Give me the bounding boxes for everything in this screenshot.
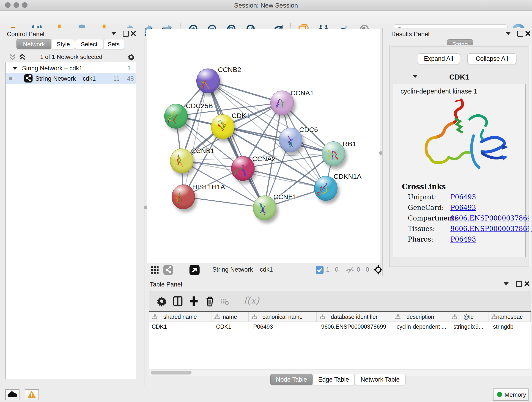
network-view-title: String Network – cdk1 [212,266,273,273]
tab-edge-table[interactable]: Edge Table [312,374,355,385]
network-node-ccna1[interactable] [270,90,294,115]
table-panel: Table Panel f(x) [147,276,532,386]
column-header-name[interactable]: name [211,312,249,322]
birdseye-crosshair-icon[interactable] [373,265,383,275]
network-label: String Network – cdk1 [35,75,96,82]
cell-canonical-name[interactable]: P06493 [253,323,273,330]
tab-node-table[interactable]: Node Table [270,374,312,385]
crosslink-link[interactable]: 9606.ENSP00000378699 [450,225,532,233]
cell-namespac[interactable]: stringdb [493,323,513,330]
selected-checkbox-icon[interactable] [316,266,323,274]
scrollbar-thumb[interactable] [151,370,191,375]
hidden-counter: 0 - 0 [357,266,369,273]
column-header-shared-name[interactable]: shared name [149,312,211,322]
network-node-count: 11 [113,75,120,82]
node-label-ccne1: CCNE1 [273,193,297,201]
control-panel-menu-caret-icon[interactable] [111,32,116,35]
node-label-cdc25b: CDC25B [186,102,213,110]
crosslink-label: Tissues: [408,225,435,233]
warning-icon [27,390,36,399]
network-options-gear-icon[interactable] [127,53,136,61]
network-collection-row[interactable]: String Network – cdk1 1 [6,63,136,73]
tab-select[interactable]: Select [75,39,103,49]
tab-sets[interactable]: Sets [103,39,124,49]
cloud-button[interactable] [5,389,19,400]
results-scrollbar[interactable] [529,45,531,266]
node-label-cdc6: CDC6 [299,126,318,134]
crosslink-row: Tissues: 9606.ENSP00000378699 [408,225,522,233]
node-label-ccna2: CCNA2 [252,155,276,163]
cloud-icon [7,391,17,398]
crosslink-link[interactable]: 9606.ENSP00000378699 [450,214,532,222]
network-node-ccna2[interactable] [231,156,254,181]
cell--id[interactable]: stringdb:9... [453,323,483,330]
cell-shared-name[interactable]: CDK1 [152,323,167,330]
node-structure-thumbnail [214,118,231,135]
collection-expand-icon[interactable] [12,67,17,70]
node-label-rb1: RB1 [343,140,356,148]
network-share-view-icon[interactable] [163,265,173,275]
network-node-ccnb1[interactable] [170,148,193,173]
table-panel-close-icon[interactable] [524,281,530,287]
title-bar: Session: New Session [0,0,532,11]
crosslink-row: GeneCard: P06493 [408,204,522,211]
add-column-icon[interactable] [188,295,200,307]
node-structure-thumbnail [173,153,190,169]
table-panel-menu-caret-icon[interactable] [504,282,509,285]
column-header-canonical-name[interactable]: canonical name [249,312,317,322]
column-header-namespac[interactable]: namespac [488,312,531,322]
right-splitter-handle[interactable] [379,151,383,155]
fullscreen-view-icon[interactable] [190,265,200,275]
network-node-cdk1[interactable] [211,114,234,139]
control-panel-float-icon[interactable] [123,31,129,37]
function-builder-icon[interactable]: f(x) [244,295,259,306]
network-node-cdc25b[interactable] [164,104,188,128]
tab-style[interactable]: Style [51,39,75,49]
collapse-all-button[interactable]: Collapse All [467,53,516,64]
table-panel-title: Table Panel [150,281,182,288]
network-node-hist1h1a[interactable] [172,185,195,209]
table-panel-float-icon[interactable] [516,281,522,287]
gene-description: cyclin-dependent kinase 1 [400,88,477,95]
tab-network-table[interactable]: Network Table [355,374,405,385]
memory-button[interactable]: Memory [493,389,529,401]
crosslink-link[interactable]: P06493 [450,235,476,243]
expand-all-button[interactable]: Expand All [417,53,460,64]
network-node-ccne1[interactable] [253,196,276,220]
memory-label: Memory [505,391,526,398]
tab-network[interactable]: Network [17,39,51,49]
cell-description[interactable]: cyclin-dependent ... [397,323,446,330]
node-label-cdkn1a: CDKN1A [334,172,361,180]
table-options-gear-icon[interactable] [156,295,167,307]
results-panel-menu-caret-icon[interactable] [506,32,511,35]
network-canvas[interactable]: CCNB2CCNA1CDC25BCDK1CDC6RB1CCNB1CCNA2CDK… [147,29,381,264]
delete-column-icon[interactable] [204,295,215,307]
grid-view-icon[interactable] [151,266,159,274]
column-header--id[interactable]: @id [449,312,488,322]
network-tree: String Network – cdk1 1 String Network –… [6,62,136,379]
network-current-dot [9,77,12,80]
crosslink-link[interactable]: P06493 [450,204,476,211]
network-node-ccnb2[interactable] [196,69,220,93]
show-columns-icon[interactable] [172,295,184,307]
crosslink-label: Uniprot: [408,193,436,201]
network-row[interactable]: String Network – cdk1 11 48 [6,73,136,84]
crosslink-label: GeneCard: [408,204,444,211]
gene-section-header[interactable]: CDK1 [391,71,528,82]
cell-name[interactable]: CDK1 [216,323,231,330]
control-panel-close-icon[interactable] [131,31,136,36]
warnings-button[interactable] [25,389,39,400]
crosslink-link[interactable]: P06493 [450,193,476,201]
column-header-description[interactable]: description [392,312,449,322]
results-panel-float-icon[interactable] [517,31,523,37]
network-node-cdc6[interactable] [279,128,302,153]
memory-status-dot [497,392,502,397]
cell-database-identifier[interactable]: 9606.ENSP00000378699 [321,323,386,330]
column-header-database-identifier[interactable]: database identifier [317,312,392,322]
results-panel-close-icon[interactable] [525,31,531,36]
main-toolbar: ? [0,11,532,28]
delete-table-icon[interactable] [220,297,229,306]
results-panel: Results Panel String Expand All Collapse… [382,28,532,276]
expand-collapse-box: Expand All Collapse All [391,46,528,70]
network-node-rb1[interactable] [322,141,345,166]
